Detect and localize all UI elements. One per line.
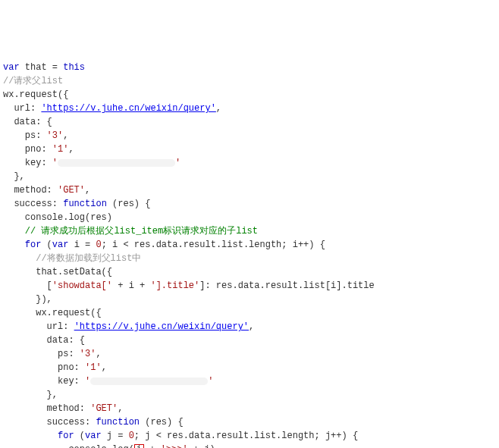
highlighted-variable-i: i [134, 444, 144, 448]
code-line: wx.request({ [3, 308, 102, 318]
text: success: [3, 199, 63, 209]
text: + j) [188, 444, 215, 448]
string: 'showdata[' [52, 280, 112, 291]
number: 0 [129, 431, 134, 441]
keyword-var: var [85, 431, 102, 441]
keyword-function: function [96, 417, 140, 428]
code-line: data: { [3, 117, 52, 127]
text: pno: [3, 362, 85, 373]
number: 0 [96, 240, 101, 250]
text: ps: [3, 130, 47, 141]
text: method: [3, 403, 90, 414]
text: , [85, 185, 90, 196]
string: '].title' [150, 280, 199, 291]
text: key: [3, 158, 52, 168]
text: j = [102, 431, 129, 441]
text: [ [3, 280, 52, 291]
text: ( [41, 240, 52, 250]
text [3, 240, 25, 250]
string: '>>>' [161, 444, 188, 448]
text: , [118, 403, 123, 414]
text: , [249, 321, 254, 332]
string: ' [52, 158, 58, 168]
text: that = [20, 62, 64, 73]
string: '1' [85, 362, 102, 373]
string: '1' [52, 144, 69, 155]
text: pno: [3, 144, 52, 155]
censored-key [58, 159, 175, 167]
text: + i + [112, 280, 150, 291]
code-line: }, [3, 171, 25, 182]
keyword-this: this [63, 62, 85, 73]
keyword-var: var [3, 62, 20, 73]
keyword-var: var [52, 240, 69, 250]
code-line: data: { [3, 335, 85, 346]
code-line: }, [3, 390, 58, 400]
url-string: 'https://v.juhe.cn/weixin/query' [41, 103, 215, 114]
censored-key [90, 378, 208, 385]
string: '3' [80, 349, 96, 359]
text [3, 431, 58, 441]
text: , [216, 103, 221, 114]
comment: //请求父list [3, 76, 63, 86]
text: ; i < res.data.result.list.length; i++) … [102, 240, 325, 250]
text: i = [68, 240, 96, 250]
text: console.log( [3, 444, 134, 448]
text: , [68, 144, 74, 155]
string: '3' [47, 130, 64, 141]
code-line: console.log(res) [3, 212, 112, 223]
string: 'GET' [90, 403, 118, 414]
text: , [63, 130, 68, 141]
text: ps: [3, 349, 80, 359]
text: key: [3, 376, 85, 387]
text: success: [3, 417, 96, 428]
text: (res) { [107, 199, 151, 209]
comment: // 请求成功后根据父list_item标识请求对应的子list [3, 226, 258, 237]
code-line: wx.request({ [3, 89, 68, 100]
keyword-function: function [63, 199, 107, 209]
text: method: [3, 185, 58, 196]
keyword-for: for [58, 431, 74, 441]
keyword-for: for [25, 240, 42, 250]
text: , [102, 362, 107, 373]
url-string: 'https://v.juhe.cn/weixin/query' [74, 321, 249, 332]
comment: //将数据加载到父list中 [3, 253, 141, 264]
text: (res) { [140, 417, 184, 428]
string: ' [85, 376, 90, 387]
text: ]: res.data.result.list[i].title [199, 280, 374, 291]
code-block: var that = this //请求父list wx.request({ u… [3, 61, 496, 448]
string: ' [175, 158, 180, 168]
text: ; j < res.data.result.list.length; j++) … [134, 431, 358, 441]
text: ( [74, 431, 85, 441]
code-line: }), [3, 294, 52, 305]
string: 'GET' [58, 185, 85, 196]
code-line: that.setData({ [3, 267, 112, 277]
text: url: [3, 321, 74, 332]
text: , [96, 349, 101, 359]
text: + [144, 444, 161, 448]
string: ' [208, 376, 213, 387]
text: url: [3, 103, 41, 114]
